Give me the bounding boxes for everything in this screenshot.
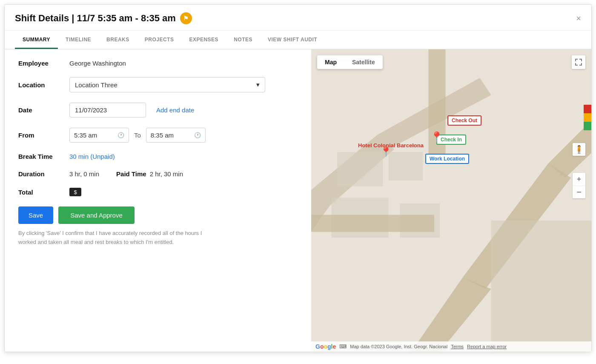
map-fullscreen-button[interactable] <box>572 55 585 69</box>
total-row: Total $ <box>18 188 298 196</box>
duration-value: 3 hr, 0 min <box>69 170 99 178</box>
tab-projects[interactable]: PROJECTS <box>137 31 182 49</box>
to-time-input[interactable]: 8:35 am 🕐 <box>146 128 206 143</box>
location-value: Location Three <box>75 81 117 89</box>
tab-timeline[interactable]: TIMELINE <box>58 31 99 49</box>
date-input[interactable]: 11/07/2023 <box>69 103 146 118</box>
disclaimer-text: By clicking 'Save' I confirm that I have… <box>18 229 214 247</box>
traffic-green <box>584 122 591 130</box>
traffic-light <box>584 105 591 130</box>
action-buttons: Save Save and Approve <box>18 206 298 224</box>
date-row: Date 11/07/2023 Add end date <box>18 103 298 118</box>
dollar-icon: $ <box>69 188 81 196</box>
break-time-label: Break Time <box>18 153 69 160</box>
map-zoom-in-button[interactable]: + <box>573 173 585 186</box>
tab-notes[interactable]: NOTES <box>226 31 260 49</box>
chevron-down-icon: ▾ <box>256 81 260 89</box>
report-error-link[interactable]: Report a map error <box>467 344 507 349</box>
save-button[interactable]: Save <box>18 206 53 224</box>
date-label: Date <box>18 106 69 114</box>
close-button[interactable]: × <box>576 14 581 23</box>
map-footer: Google ⌨ Map data ©2023 Google, Inst. Ge… <box>311 341 591 352</box>
work-location-marker: Work Location <box>425 154 469 164</box>
location-select[interactable]: Location Three ▾ <box>69 77 265 92</box>
map-container: Map Satellite Hotel Colonial Barcelona <box>311 49 591 352</box>
traffic-yellow <box>584 113 591 122</box>
map-panel: Map Satellite Hotel Colonial Barcelona <box>311 49 591 352</box>
tab-view-shift-audit[interactable]: VIEW SHIFT AUDIT <box>260 31 325 49</box>
shift-details-dialog: Shift Details | 11/7 5:35 am - 8:35 am ⚑… <box>4 4 592 352</box>
map-view-button[interactable]: Map <box>317 55 344 69</box>
paid-time-value: 2 hr, 30 min <box>150 170 183 178</box>
content-area: Employee George Washington Location Loca… <box>5 49 591 352</box>
svg-rect-8 <box>389 152 423 181</box>
from-time-input[interactable]: 5:35 am 🕐 <box>69 128 129 143</box>
map-background <box>311 49 591 352</box>
map-toggle: Map Satellite <box>317 55 383 69</box>
add-end-date-link[interactable]: Add end date <box>156 106 194 114</box>
to-label: To <box>134 132 141 139</box>
svg-rect-13 <box>491 221 591 352</box>
svg-rect-12 <box>428 49 445 163</box>
break-time-value[interactable]: 30 min (Unpaid) <box>69 153 115 160</box>
check-out-marker: Check Out <box>447 115 481 126</box>
svg-rect-11 <box>311 215 434 232</box>
employee-row: Employee George Washington <box>18 60 298 67</box>
paid-time-label: Paid Time <box>116 170 146 178</box>
save-and-approve-button[interactable]: Save and Approve <box>58 206 135 224</box>
time-group: 5:35 am 🕐 To 8:35 am 🕐 <box>69 128 206 143</box>
location-label: Location <box>18 81 69 89</box>
traffic-red <box>584 105 591 113</box>
duration-row: Duration 3 hr, 0 min Paid Time 2 hr, 30 … <box>18 170 298 178</box>
map-data-text: Map data ©2023 Google, Inst. Geogr. Naci… <box>350 344 447 349</box>
total-label: Total <box>18 189 69 196</box>
duration-label: Duration <box>18 170 69 178</box>
title-text: Shift Details | 11/7 5:35 am - 8:35 am <box>15 13 176 24</box>
dialog-header: Shift Details | 11/7 5:35 am - 8:35 am ⚑… <box>5 5 591 31</box>
time-row: From 5:35 am 🕐 To 8:35 am 🕐 <box>18 128 298 143</box>
check-in-pin-icon: 📍 <box>430 131 443 143</box>
employee-label: Employee <box>18 60 69 67</box>
tab-summary[interactable]: SUMMARY <box>15 31 58 49</box>
hotel-pin-icon: 📍 <box>380 146 392 158</box>
tab-breaks[interactable]: BREAKS <box>99 31 137 49</box>
terms-link[interactable]: Terms <box>451 344 464 349</box>
break-time-row: Break Time 30 min (Unpaid) <box>18 153 298 160</box>
clock-icon-to: 🕐 <box>194 132 201 138</box>
street-view-icon[interactable]: 🧍 <box>573 143 585 156</box>
map-zoom-out-button[interactable]: − <box>573 186 585 198</box>
satellite-view-button[interactable]: Satellite <box>344 55 383 69</box>
dialog-title: Shift Details | 11/7 5:35 am - 8:35 am ⚑ <box>15 12 192 24</box>
svg-rect-7 <box>337 152 383 186</box>
title-icon: ⚑ <box>180 12 192 24</box>
keyboard-icon: ⌨ <box>339 344 347 350</box>
employee-value: George Washington <box>69 60 126 67</box>
location-row: Location Location Three ▾ <box>18 77 298 92</box>
tab-expenses[interactable]: EXPENSES <box>181 31 226 49</box>
from-label: From <box>18 132 69 139</box>
google-logo: Google <box>315 343 336 350</box>
left-panel: Employee George Washington Location Loca… <box>5 49 311 352</box>
tabs-bar: SUMMARY TIMELINE BREAKS PROJECTS EXPENSE… <box>5 31 591 49</box>
clock-icon: 🕐 <box>117 132 124 138</box>
